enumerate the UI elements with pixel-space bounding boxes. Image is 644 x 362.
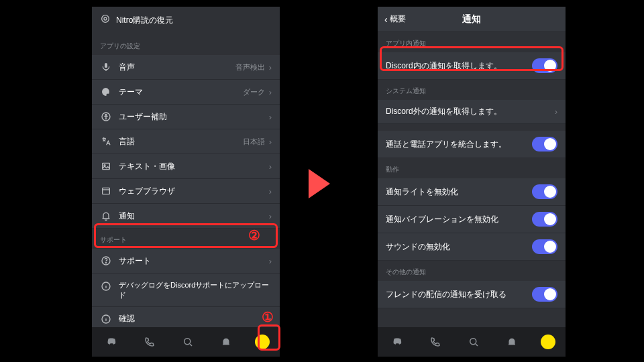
accessibility-icon [100,111,112,123]
chevron-right-icon: › [269,162,272,172]
phone-icon[interactable] [426,333,445,351]
chevron-right-icon: › [269,256,272,266]
row-disable-sound[interactable]: サウンドの無効化 [378,233,566,261]
nitro-label: Nitro購読の復元 [116,15,173,26]
help-icon [100,255,112,267]
page-title: 通知 [462,13,481,25]
nitro-icon [100,13,111,27]
row-disable-vibration[interactable]: 通知バイブレーションを無効化 [378,206,566,233]
row-label: 音声 [119,62,235,73]
svg-point-1 [104,17,107,20]
toggle-switch[interactable] [532,287,557,302]
toggle-switch[interactable] [532,184,557,199]
row-confirm[interactable]: 確認 › [92,307,280,327]
chevron-right-icon: › [269,87,272,97]
translate-icon [100,135,112,147]
chevron-right-icon: › [555,107,557,117]
bottom-nav [92,327,280,357]
bell-icon [100,210,112,222]
toggle-switch[interactable] [532,137,557,152]
bell-icon[interactable] [502,333,521,351]
bell-icon[interactable] [217,333,235,351]
section-behavior: 動作 [378,158,566,178]
discord-icon[interactable] [388,333,407,351]
svg-point-0 [102,15,109,23]
arrow-right-icon [309,169,330,198]
bottom-nav [378,327,566,357]
section-in-app: アプリ内通知 [378,32,566,52]
annotation-badge-2: ② [248,227,260,243]
svg-point-3 [105,114,107,115]
svg-point-8 [105,262,106,263]
section-app-settings: アプリの設定 [92,35,280,55]
row-notifications[interactable]: 通知 › [92,204,280,229]
row-language[interactable]: 言語 日本語 › [92,129,280,154]
row-accessibility[interactable]: ユーザー補助 › [92,105,280,129]
nitro-restore-row[interactable]: Nitro購読の復元 [92,7,280,35]
toggle-switch[interactable] [532,58,557,73]
row-theme[interactable]: テーマ ダーク › [92,80,280,105]
row-web-browser[interactable]: ウェブブラウザ › [92,179,280,204]
toggle-switch[interactable] [532,239,557,254]
section-system: システム通知 [378,80,566,100]
browser-icon [100,185,112,197]
phone-icon[interactable] [140,333,159,351]
row-external-notif[interactable]: Discord外の通知を取得します。 › [378,100,566,124]
notifications-screen-right: ‹ 概要 通知 アプリ内通知 Discord内の通知を取得します。 システム通知… [378,7,566,357]
row-friend-stream[interactable]: フレンドの配信の通知を受け取る [378,281,566,308]
search-icon[interactable] [464,333,483,351]
row-disable-light[interactable]: 通知ライトを無効化 [378,178,566,206]
chevron-right-icon: › [269,112,272,122]
info-icon [100,313,112,325]
chevron-right-icon: › [269,62,272,72]
annotation-badge-1: ① [262,309,274,325]
mic-icon [100,61,112,73]
back-button[interactable]: ‹ 概要 [384,7,406,32]
profile-avatar[interactable] [541,335,555,349]
info-icon [100,280,112,292]
row-support[interactable]: サポート › [92,249,280,274]
row-text-image[interactable]: テキスト・画像 › [92,154,280,179]
row-value: 音声検出 [235,62,265,72]
section-other: その他の通知 [378,261,566,281]
svg-point-12 [470,339,476,345]
image-icon [100,160,112,172]
settings-screen-left: Nitro購読の復元 アプリの設定 音声 音声検出 › テーマ ダーク › ユー… [92,7,280,357]
topbar: ‹ 概要 通知 [378,7,566,32]
row-debug-log[interactable]: デバッグログをDiscordサポートにアップロード [92,274,280,307]
discord-icon[interactable] [102,333,121,351]
back-label: 概要 [390,13,406,25]
toggle-switch[interactable] [532,212,557,227]
chevron-right-icon: › [269,186,272,196]
chevron-left-icon: ‹ [384,14,388,25]
search-icon[interactable] [178,333,197,351]
row-integrate-phone[interactable]: 通話と電話アプリを統合します。 [378,131,566,158]
chevron-right-icon: › [269,137,272,147]
svg-point-11 [184,339,191,345]
palette-icon [100,86,112,98]
svg-rect-4 [103,163,110,169]
row-in-app-notif[interactable]: Discord内の通知を取得します。 [378,52,566,80]
chevron-right-icon: › [269,211,272,221]
profile-avatar[interactable] [255,335,270,349]
svg-rect-6 [103,188,110,194]
row-voice[interactable]: 音声 音声検出 › [92,55,280,80]
